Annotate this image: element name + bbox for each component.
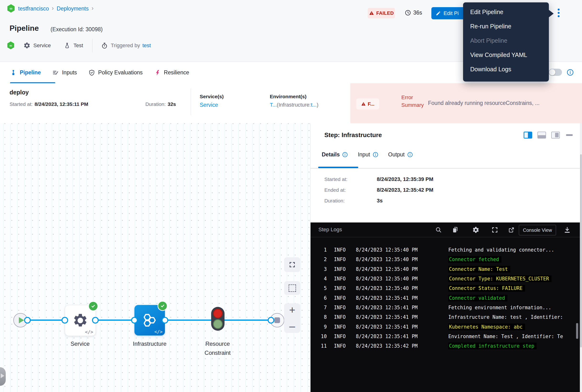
log-line: 11 INFO 8/24/2023 12:35:42 PM Completed … — [311, 341, 582, 351]
expand-logs-icon[interactable] — [491, 226, 498, 234]
log-timestamp: 8/24/2023 12:35:40 PM — [356, 256, 435, 262]
tab-policy-evaluations[interactable]: Policy Evaluations — [88, 70, 143, 76]
log-message: Connector Name: Test — [448, 266, 510, 272]
layout-bottom-view-button[interactable] — [538, 132, 546, 138]
breadcrumb-chevron-icon: › — [52, 4, 54, 12]
menu-item-rerun-pipeline[interactable]: Re-run Pipeline — [463, 19, 549, 34]
minimize-panel-button[interactable] — [566, 134, 573, 136]
log-timestamp: 8/24/2023 12:35:41 PM — [356, 314, 435, 320]
triggered-by-user-link[interactable]: test — [142, 42, 151, 49]
connector-port — [61, 317, 68, 324]
info-icon[interactable] — [407, 152, 413, 157]
menu-item-edit-pipeline[interactable]: Edit Pipeline — [463, 5, 549, 19]
console-view-button[interactable]: Console View — [519, 225, 556, 235]
zoom-out-button[interactable]: – — [289, 321, 295, 332]
connector-port — [268, 317, 274, 324]
copy-icon[interactable] — [452, 226, 459, 234]
services-value-link[interactable]: Service — [200, 102, 218, 108]
breadcrumb: ∞ testfrancisco › Deployments › — [7, 4, 94, 13]
page-scrollbar-thumb[interactable] — [580, 154, 582, 348]
log-scrollbar-thumb[interactable] — [576, 323, 578, 339]
node-infrastructure[interactable]: </> — [134, 305, 165, 336]
log-message: Connector validated — [448, 295, 507, 302]
zoom-in-button[interactable]: + — [289, 305, 295, 315]
node-resource-constraint[interactable] — [211, 307, 224, 331]
log-output[interactable]: 1 INFO 8/24/2023 12:35:40 PM Fetching an… — [311, 237, 582, 392]
resilience-icon — [154, 70, 161, 76]
view-toggle[interactable] — [549, 69, 562, 76]
layout-right-view-button[interactable] — [524, 132, 532, 138]
pipeline-canvas[interactable]: </> Service </> Infrastructure Resource … — [0, 123, 310, 392]
expand-panel-handle[interactable] — [0, 367, 6, 386]
log-line-number: 10 — [318, 334, 327, 339]
tab-input[interactable]: Input — [358, 152, 378, 158]
info-icon[interactable] — [342, 152, 348, 157]
svg-text:∞: ∞ — [9, 43, 12, 48]
tab-output-label: Output — [388, 152, 405, 158]
stage-duration: Duration:32s — [145, 101, 176, 107]
warning-icon — [369, 10, 374, 16]
tab-details[interactable]: Details — [322, 152, 348, 158]
step-logs-title: Step Logs — [318, 226, 342, 233]
log-line: 8 INFO 8/24/2023 12:35:41 PM Infrastruct… — [311, 312, 582, 322]
traffic-light-green-icon — [213, 319, 223, 329]
service-name[interactable]: Service — [33, 42, 51, 49]
services-label: Service(s) — [200, 94, 224, 100]
error-status-badge-label: F... — [368, 101, 374, 107]
status-badge-label: FAILED — [376, 10, 394, 16]
info-icon[interactable] — [567, 69, 574, 76]
stop-icon — [274, 317, 280, 323]
search-icon[interactable] — [435, 226, 442, 233]
service-gear-icon — [23, 42, 30, 49]
log-message: Connector fetched — [448, 256, 502, 263]
log-line-number: 7 — [318, 305, 327, 310]
info-icon[interactable] — [373, 152, 378, 157]
log-line: 10 INFO 8/24/2023 12:35:41 PM Environmen… — [311, 332, 582, 341]
environment-name[interactable]: Test — [73, 42, 83, 49]
more-options-button[interactable] — [558, 8, 560, 17]
log-line: 3 INFO 8/24/2023 12:35:40 PM Connector N… — [311, 264, 582, 274]
error-status-badge: F... — [356, 98, 379, 110]
log-level: INFO — [334, 256, 349, 262]
log-timestamp: 8/24/2023 12:35:40 PM — [356, 247, 435, 253]
divider — [191, 88, 191, 115]
open-in-new-icon[interactable] — [508, 226, 515, 234]
tab-output[interactable]: Output — [388, 152, 413, 158]
canvas-fullscreen-button[interactable] — [284, 257, 300, 272]
canvas-select-button[interactable] — [284, 281, 300, 295]
page-scrollbar[interactable] — [580, 123, 582, 392]
field-duration: Duration:3s — [324, 198, 433, 204]
log-message: Infrastructure Name: test , Identifier: — [448, 314, 563, 320]
pencil-icon — [436, 11, 441, 16]
tab-inputs[interactable]: Inputs — [52, 70, 77, 76]
breadcrumb-deployments-link[interactable]: Deployments — [57, 6, 89, 12]
divider — [92, 39, 92, 52]
download-logs-icon[interactable] — [564, 226, 571, 234]
connector-port — [24, 317, 31, 324]
node-resource-constraint-label: Resource Constraint — [192, 339, 244, 358]
menu-arrow — [549, 10, 554, 18]
elapsed-time-value: 36s — [413, 10, 422, 16]
breadcrumb-project-link[interactable]: testfrancisco — [18, 6, 49, 12]
log-line: 5 INFO 8/24/2023 12:35:40 PM Connector S… — [311, 284, 582, 293]
environments-value[interactable]: T...(Infrastructure:t...) — [270, 102, 318, 108]
node-service[interactable]: </> — [65, 305, 96, 336]
settings-gear-icon[interactable] — [472, 226, 480, 234]
log-message: Kubernetes Namespace: abc — [448, 324, 525, 330]
svg-text:∞: ∞ — [9, 6, 13, 11]
code-glyph: </> — [85, 329, 93, 334]
layout-floating-view-button[interactable] — [551, 132, 560, 138]
node-service-label: Service — [54, 339, 106, 348]
tab-resilience[interactable]: Resilience — [154, 70, 189, 76]
log-message: Connector Type: KUBERNETES_CLUSTER — [448, 276, 552, 282]
log-timestamp: 8/24/2023 12:35:41 PM — [356, 305, 435, 310]
menu-item-download-logs[interactable]: Download Logs — [463, 62, 549, 76]
edit-pipeline-button[interactable]: Edit Pi — [431, 7, 468, 19]
breadcrumb-chevron-icon: › — [91, 4, 94, 12]
log-line-number: 8 — [318, 314, 327, 320]
menu-item-view-compiled-yaml[interactable]: View Compiled YAML — [463, 48, 549, 62]
log-level: INFO — [334, 305, 349, 310]
log-line-number: 2 — [318, 256, 327, 262]
harness-logo-icon: ∞ — [7, 4, 15, 13]
tab-pipeline[interactable]: Pipeline — [10, 70, 41, 76]
